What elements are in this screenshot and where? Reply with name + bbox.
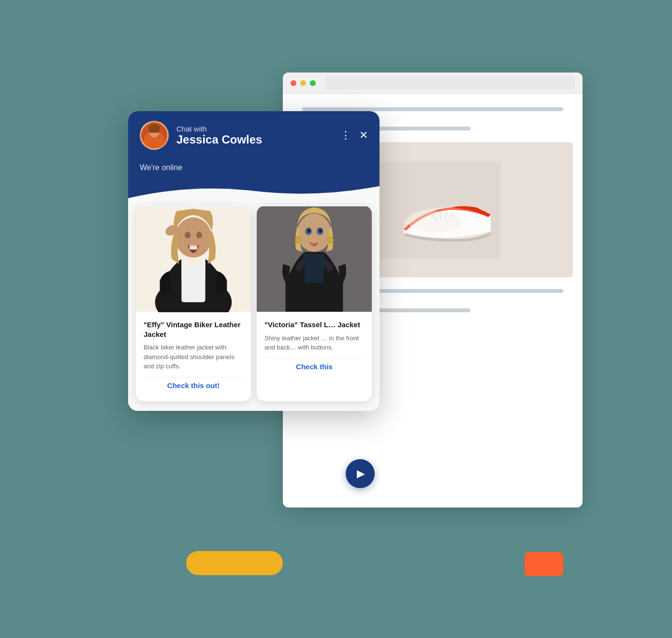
svg-rect-11 [148,127,160,133]
wave-divider [128,184,380,198]
url-bar[interactable] [325,77,575,89]
content-bar-1 [302,107,563,111]
chat-status-area: We're online [128,160,380,198]
maximize-dot[interactable] [310,80,316,86]
svg-point-19 [185,232,190,238]
product-card-2: "Victoria" Tassel L… Jacket Shiny leathe… [257,206,372,401]
yellow-cta-button[interactable] [186,551,283,575]
chat-with-label: Chat with [176,125,333,133]
avatar [140,121,169,150]
product-cta-1[interactable]: Check this out! [144,377,243,393]
product-2-svg [257,206,372,312]
svg-point-37 [295,237,301,243]
svg-rect-31 [305,254,324,283]
svg-point-35 [307,229,311,233]
svg-rect-21 [190,246,197,249]
product-image-1 [136,206,251,312]
orange-accent [525,552,563,576]
product-title-2: "Victoria" Tassel L… Jacket [264,320,364,330]
svg-point-36 [319,229,322,233]
chat-header-info: Chat with Jessica Cowles [176,125,333,146]
chat-agent-name: Jessica Cowles [176,133,333,146]
chat-header: Chat with Jessica Cowles ⋮ ✕ [128,111,380,160]
wave-svg [128,184,380,198]
shoe-svg [365,161,500,258]
chat-widget: Chat with Jessica Cowles ⋮ ✕ We're onlin… [128,111,380,411]
product-desc-1: Black biker leather jacket with diamond-… [144,343,243,371]
chat-menu-icon[interactable]: ⋮ [340,129,351,142]
product-cards-area: "Effy" Vintage Biker Leather Jacket Blac… [128,198,380,411]
product-info-2: "Victoria" Tassel L… Jacket Shiny leathe… [257,312,372,382]
product-card-1: "Effy" Vintage Biker Leather Jacket Blac… [136,206,251,401]
product-desc-2: Shiny leather jacket … in the front and … [264,334,364,352]
svg-point-2 [409,211,462,232]
svg-point-38 [328,237,334,243]
chat-close-button[interactable]: ✕ [359,129,368,142]
scene: Chat with Jessica Cowles ⋮ ✕ We're onlin… [118,53,554,585]
browser-titlebar [283,72,583,94]
minimize-dot[interactable] [300,80,306,86]
product-title-1: "Effy" Vintage Biker Leather Jacket [144,320,243,339]
product-cta-2[interactable]: Check this [264,358,364,375]
chat-header-actions: ⋮ ✕ [340,129,368,142]
svg-rect-17 [181,264,205,302]
close-dot[interactable] [291,80,296,86]
svg-point-20 [196,232,202,238]
product-image-2 [257,206,372,312]
send-icon: ▶ [357,467,365,480]
product-1-svg [136,206,251,312]
product-info-1: "Effy" Vintage Biker Leather Jacket Blac… [136,312,251,401]
online-status: We're online [128,160,380,184]
avatar-image [141,121,167,150]
send-button[interactable]: ▶ [346,459,375,488]
